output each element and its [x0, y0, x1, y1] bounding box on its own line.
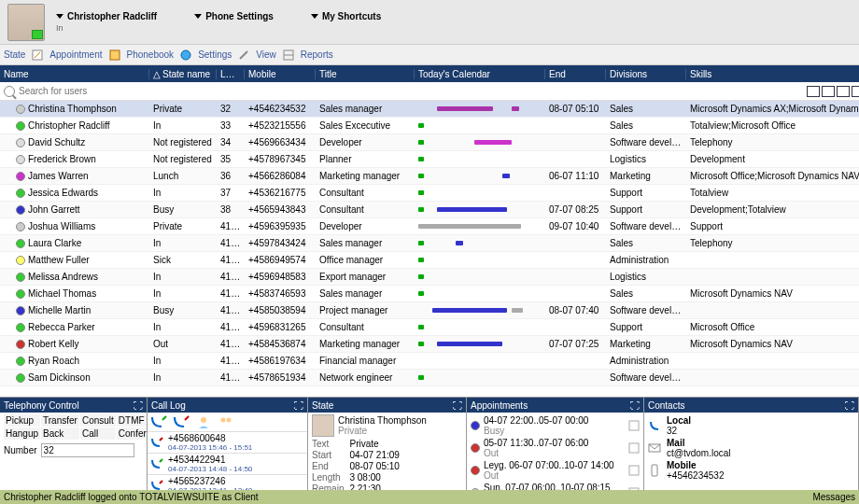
tc-button[interactable]: DTMF — [117, 414, 147, 427]
col-mobile[interactable]: Mobile — [245, 69, 316, 79]
phone-settings-menu[interactable]: Phone Settings — [194, 11, 274, 33]
user-menu[interactable]: Christopher Radcliff In — [56, 11, 157, 33]
division-cell: Software developm — [606, 137, 686, 147]
contact-row[interactable]: Mailct@tvdom.local — [648, 437, 854, 459]
appointment-row[interactable]: 05-07 11:30..07-07 06:00Out — [471, 437, 640, 459]
user-row[interactable]: Joshua Williams Private 4150 +4596395935… — [0, 218, 859, 235]
col-end[interactable]: End — [545, 69, 606, 79]
user-row[interactable]: Melissa Andrews In 4151 +4596948583 Expo… — [0, 269, 859, 286]
expand-icon[interactable]: ⛶ — [294, 400, 303, 411]
row-indicator-icon — [4, 239, 13, 248]
expand-icon[interactable]: ⛶ — [630, 400, 640, 411]
mobile-cell: +4569663434 — [245, 137, 316, 147]
col-skills[interactable]: Skills — [686, 69, 859, 79]
tc-button[interactable]: Call — [80, 427, 116, 440]
title-cell: Marketing manager — [316, 171, 415, 181]
settings-button[interactable]: Settings — [198, 49, 232, 60]
state-cell: In — [149, 188, 217, 198]
col-calendar[interactable]: Today's Calendar — [415, 69, 545, 79]
view-tile-icon[interactable] — [837, 86, 850, 97]
bottom-panels: Telephony Control⛶ PickupTransferConsult… — [0, 397, 859, 490]
user-row[interactable]: David Schultz Not registered 34 +4569663… — [0, 134, 859, 151]
view-card-icon[interactable] — [852, 86, 859, 97]
phonebook-button[interactable]: Phonebook — [127, 49, 175, 60]
appointment-button[interactable]: Appointment — [49, 49, 102, 60]
state-label: Text — [312, 439, 344, 450]
col-divisions[interactable]: Divisions — [606, 69, 686, 79]
local-cell: 4150 — [217, 221, 245, 231]
expand-icon[interactable]: ⛶ — [845, 400, 854, 411]
user-row[interactable]: Robert Kelly Out 4146 +4584536874 Market… — [0, 336, 859, 353]
user-row[interactable]: Frederick Brown Not registered 35 +45789… — [0, 151, 859, 168]
presence-icon — [16, 155, 25, 164]
shortcuts-menu[interactable]: My Shortcuts — [311, 11, 381, 33]
messages-link[interactable]: Messages — [812, 490, 855, 504]
view-detail-icon[interactable] — [822, 86, 835, 97]
col-state[interactable]: △State name — [149, 69, 217, 79]
presence-icon — [16, 121, 25, 131]
skill-cell: Totalview;Microsoft Office — [686, 120, 859, 131]
view-button[interactable]: View — [256, 49, 276, 60]
user-avatar[interactable] — [7, 4, 45, 41]
title-cell: Consultant — [316, 204, 415, 215]
column-header: Name △State name Local Mobile Title Toda… — [0, 65, 859, 82]
col-title[interactable]: Title — [316, 69, 415, 79]
mobile-cell: +4586197634 — [245, 356, 316, 366]
local-cell: 4151 — [217, 272, 245, 282]
appointment-row[interactable]: 04-07 22:00..05-07 00:00Busy — [471, 414, 640, 437]
state-label: End — [312, 461, 344, 472]
state-label: Remain — [312, 483, 344, 490]
user-row[interactable]: Ryan Roach In 4143 +4586197634 Financial… — [0, 353, 859, 370]
tc-button[interactable]: Hangup — [4, 427, 40, 440]
row-indicator-icon — [4, 357, 13, 366]
row-indicator-icon — [4, 256, 13, 265]
search-input[interactable] — [19, 86, 807, 96]
call-user-icon[interactable] — [194, 414, 213, 429]
state-value: 2 21:30 — [349, 483, 399, 490]
call-out-icon[interactable] — [172, 414, 190, 429]
tc-button[interactable]: Consult — [80, 414, 116, 427]
tc-button[interactable]: Pickup — [4, 414, 40, 427]
skill-cell: Development;Totalview — [686, 204, 859, 215]
user-row[interactable]: James Warren Lunch 36 +4566286084 Market… — [0, 168, 859, 185]
tc-button[interactable]: Transfer — [41, 414, 79, 427]
user-row[interactable]: Christina Thomphson Private 32 +45462345… — [0, 101, 859, 118]
calendar-cell — [415, 123, 545, 129]
appointment-row[interactable]: Sun. 07-07 06:00..10-07 08:15Private — [471, 482, 640, 490]
tc-button[interactable]: Confere — [117, 427, 147, 440]
expand-icon[interactable]: ⛶ — [134, 400, 143, 411]
mobile-cell: +4584536874 — [245, 339, 316, 349]
mobile-cell: +4585038594 — [245, 305, 316, 315]
user-row[interactable]: Michael Thomas In 4149 +4583746593 Sales… — [0, 286, 859, 302]
view-list-icon[interactable] — [807, 86, 820, 97]
reports-button[interactable]: Reports — [301, 49, 333, 60]
title-cell: Sales Excecutive — [316, 120, 415, 131]
user-row[interactable]: Laura Clarke In 4153 +4597843424 Sales m… — [0, 235, 859, 252]
skill-cell: Development — [686, 154, 859, 164]
tc-button[interactable]: Back — [41, 427, 79, 440]
contact-row[interactable]: Local32 — [648, 414, 854, 437]
user-row[interactable]: Matthew Fuller Sick 4152 +4586949574 Off… — [0, 252, 859, 269]
call-in-icon[interactable] — [149, 414, 168, 429]
user-row[interactable]: Christopher Radcliff In 33 +4523215556 S… — [0, 118, 859, 134]
user-row[interactable]: Rebecca Parker In 4147 +4596831265 Consu… — [0, 319, 859, 336]
title-cell: Planner — [316, 154, 415, 164]
contact-row[interactable]: Mobile+4546234532 — [648, 459, 854, 482]
expand-icon[interactable]: ⛶ — [453, 400, 462, 411]
call-log-entry[interactable]: +456523724604-07-2013 12:41 - 12:48 — [148, 474, 307, 490]
division-cell: Logistics — [606, 272, 686, 282]
col-name[interactable]: Name — [0, 69, 149, 79]
user-row[interactable]: John Garrett Busy 38 +4565943843 Consult… — [0, 202, 859, 218]
call-log-entry[interactable]: +453442294104-07-2013 14:48 - 14:50 — [148, 453, 307, 474]
state-button[interactable]: State — [4, 49, 25, 60]
number-input[interactable] — [41, 443, 134, 457]
user-row[interactable]: Sam Dickinson In 4140 +4578651934 Networ… — [0, 370, 859, 386]
user-row[interactable]: Michelle Martin Busy 4148 +4585038594 Pr… — [0, 302, 859, 319]
user-row[interactable]: Jessica Edwards In 37 +4536216775 Consul… — [0, 185, 859, 202]
col-local[interactable]: Local — [217, 69, 245, 79]
book-icon — [108, 49, 121, 62]
svg-point-5 — [201, 417, 206, 423]
appointment-row[interactable]: Leyg. 06-07 07:00..10-07 14:00Out — [471, 459, 640, 482]
call-log-entry[interactable]: +456860064804-07-2013 15:46 - 15:51 — [148, 431, 307, 453]
call-group-icon[interactable] — [217, 414, 235, 429]
